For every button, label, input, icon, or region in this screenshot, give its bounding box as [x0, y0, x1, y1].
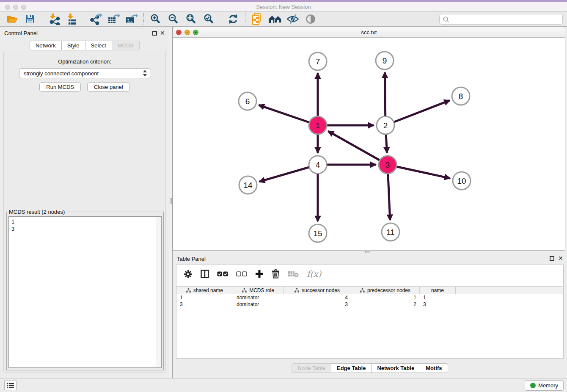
node-label: 4 [316, 160, 320, 169]
select-all-icon[interactable] [217, 271, 228, 276]
zoom-selected-icon [204, 14, 215, 25]
apply-function-icon[interactable]: f(x) [307, 269, 321, 279]
hide-panel-button[interactable] [286, 13, 300, 25]
open-session-button[interactable] [5, 13, 19, 25]
import-network-button[interactable] [47, 13, 61, 25]
horizontal-splitter[interactable] [173, 251, 567, 254]
table-row[interactable]: 1 dominator 4 1 1 [176, 294, 563, 301]
graph-node-1[interactable]: 1 [309, 116, 327, 134]
optimization-criterion-select[interactable]: strongly connected component [19, 68, 151, 78]
graph-node-3[interactable]: 3 [379, 156, 396, 174]
close-panel-icon[interactable]: ✕ [558, 255, 563, 262]
export-table-button[interactable] [107, 13, 121, 25]
save-session-button[interactable] [23, 13, 37, 25]
splitter-grip[interactable] [365, 251, 370, 253]
control-panel-title: Control Panel [4, 30, 38, 36]
select-stepper-icon [143, 70, 147, 77]
import-arrow-icon [68, 14, 73, 19]
tab-node-table[interactable]: Node Table [292, 363, 331, 373]
add-column-icon[interactable] [255, 270, 264, 278]
graph-node-10[interactable]: 10 [453, 172, 471, 190]
tab-style[interactable]: Style [62, 41, 85, 50]
graph-node-7[interactable]: 7 [309, 52, 327, 70]
control-panel-header: Control Panel ✕ [0, 29, 169, 38]
zoom-selected-button[interactable] [202, 13, 216, 25]
deselect-all-icon[interactable] [236, 271, 247, 276]
export-image-button[interactable] [124, 13, 139, 25]
cell-shared-name[interactable]: 1 [176, 294, 233, 301]
column-header-predecessor-nodes[interactable]: predecessor nodes [351, 287, 420, 294]
mcds-result-list[interactable]: 1 3 [8, 216, 162, 368]
graph-node-15[interactable]: 15 [309, 224, 327, 242]
table-panel: Table Panel ✕ f(x) shared name MCDS role… [173, 254, 567, 378]
show-columns-icon[interactable] [201, 270, 209, 278]
graph-node-11[interactable]: 11 [382, 223, 399, 241]
graph-node-8[interactable]: 8 [452, 87, 470, 105]
graph-node-4[interactable]: 4 [309, 156, 327, 174]
memory-button[interactable]: Memory [525, 380, 564, 391]
node-label: 2 [383, 121, 388, 130]
node-label: 11 [386, 228, 395, 237]
column-header-shared-name[interactable]: shared name [176, 287, 233, 294]
zoom-in-button[interactable] [149, 13, 163, 25]
cell-successor-nodes[interactable]: 3 [284, 301, 351, 308]
float-panel-icon[interactable] [550, 256, 554, 261]
edge-3-10[interactable] [388, 165, 450, 178]
mcds-result-item: 1 [9, 217, 161, 225]
column-header-mcds-role[interactable]: MCDS role [233, 287, 284, 294]
cell-mcds-role[interactable]: dominator [233, 294, 284, 301]
tab-edge-table[interactable]: Edge Table [331, 363, 372, 373]
search-input[interactable] [450, 15, 562, 24]
tab-network-table[interactable]: Network Table [372, 363, 420, 373]
close-panel-icon[interactable]: ✕ [160, 30, 165, 36]
scrollbar-track[interactable] [157, 217, 161, 367]
cell-successor-nodes[interactable]: 4 [284, 294, 351, 301]
import-arrow-icon [50, 14, 55, 19]
apply-layout-button[interactable] [226, 13, 240, 25]
tab-mcds[interactable]: MCDS [112, 41, 140, 50]
tab-network[interactable]: Network [30, 41, 62, 50]
tab-select[interactable]: Select [85, 41, 112, 50]
show-all-views-button[interactable] [268, 13, 282, 25]
contrast-eye-icon [306, 14, 316, 24]
cell-predecessor-nodes[interactable]: 1 [351, 294, 420, 301]
table-toolbar: f(x) [176, 265, 563, 283]
clone-network-button[interactable] [250, 13, 264, 25]
zoom-fit-button[interactable] [184, 13, 198, 25]
table-row[interactable]: 3 dominator 3 2 3 [176, 301, 563, 308]
zoom-out-icon [168, 14, 179, 25]
graph-node-6[interactable]: 6 [239, 92, 256, 110]
import-table-button[interactable] [65, 13, 79, 25]
graph-node-2[interactable]: 2 [377, 116, 394, 134]
node-label: 8 [459, 92, 463, 101]
close-panel-button[interactable]: Close panel [87, 82, 130, 92]
node-label: 10 [457, 177, 466, 185]
graph-node-9[interactable]: 9 [376, 52, 394, 69]
column-header-name[interactable]: name [420, 287, 456, 294]
column-header-successor-nodes[interactable]: successor nodes [284, 287, 351, 294]
cell-name[interactable]: 1 [420, 294, 456, 301]
zoom-out-button[interactable] [166, 13, 181, 25]
vertical-splitter[interactable] [169, 27, 173, 378]
toggle-bird-view-button[interactable] [303, 13, 318, 25]
export-network-button[interactable] [89, 13, 103, 25]
cell-mcds-role[interactable]: dominator [233, 301, 284, 308]
cell-shared-name[interactable]: 3 [176, 301, 233, 308]
table-glyph-icon [108, 17, 116, 23]
run-mcds-button[interactable]: Run MCDS [39, 82, 81, 92]
delete-column-trash-icon[interactable] [272, 269, 280, 279]
edge-3-1[interactable] [328, 131, 388, 165]
tab-motifs[interactable]: Motifs [420, 363, 448, 373]
node-label: 6 [245, 97, 250, 106]
splitter-grip[interactable] [170, 198, 172, 204]
cell-predecessor-nodes[interactable]: 2 [351, 301, 420, 308]
float-panel-icon[interactable] [152, 31, 157, 36]
delete-table-icon[interactable] [288, 271, 299, 277]
network-canvas[interactable]: 7968124314101511 [173, 38, 565, 250]
column-label: MCDS role [249, 287, 274, 293]
cell-name[interactable]: 3 [420, 301, 456, 308]
graph-node-14[interactable]: 14 [239, 176, 257, 194]
edge-2-8[interactable] [385, 100, 450, 125]
show-log-button[interactable] [4, 381, 17, 390]
table-options-gear-icon[interactable] [184, 270, 193, 279]
